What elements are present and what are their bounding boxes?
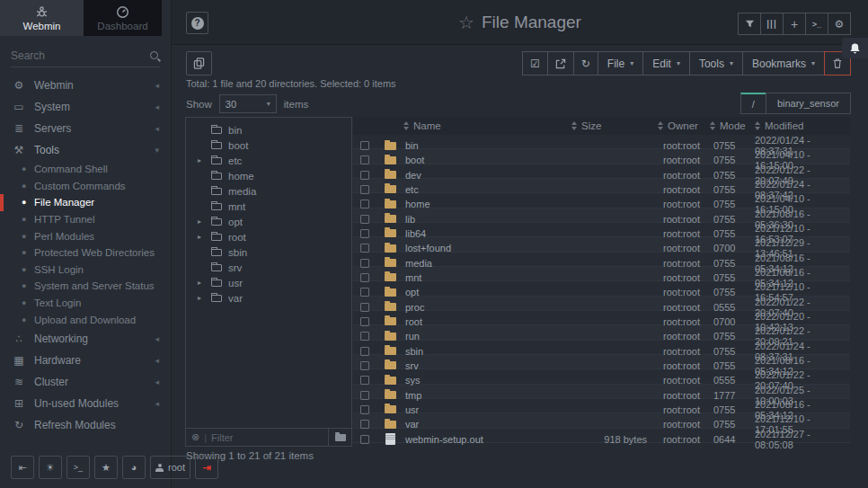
tree-item[interactable]: ▸ srv (186, 260, 351, 275)
cell-name[interactable]: usr (403, 404, 571, 415)
sidebar-subitem[interactable]: ● Protected Web Directories (0, 244, 171, 262)
table-row[interactable]: root root:root 0700 2022/01/20 - 10:42:1… (353, 311, 850, 325)
row-checkbox[interactable] (360, 215, 369, 224)
cell-name[interactable]: lib (403, 214, 571, 225)
cell-name[interactable]: home (403, 199, 571, 209)
cell-name[interactable]: proc (403, 302, 571, 313)
tree-item[interactable]: ▸ usr (186, 275, 351, 290)
sidebar-category-item[interactable]: ∴ Networking ◂ (0, 328, 171, 350)
table-row[interactable]: webmin-setup.out 918 bytes root:root 064… (353, 429, 850, 443)
row-checkbox[interactable] (360, 347, 369, 356)
cell-name[interactable]: etc (403, 184, 571, 195)
sidebar-subitem[interactable]: ● Perl Modules (0, 227, 171, 244)
cell-name[interactable]: dev (403, 170, 571, 181)
breadcrumb-segment[interactable]: / (740, 93, 766, 114)
filter-button[interactable] (738, 13, 761, 35)
cell-name[interactable]: srv (403, 360, 571, 371)
row-checkbox[interactable] (360, 303, 369, 312)
cell-name[interactable]: webmin-setup.out (403, 434, 571, 445)
sidebar-subitem[interactable]: ● Command Shell (0, 161, 171, 178)
tools-menu-button[interactable]: Tools▾ (689, 51, 743, 75)
select-all-button[interactable]: ☑ (522, 51, 548, 75)
row-checkbox[interactable] (360, 435, 369, 444)
column-header-modified[interactable]: Modified (755, 120, 850, 131)
add-button[interactable]: + (783, 13, 806, 35)
row-checkbox[interactable] (360, 376, 369, 385)
paste-buffer-button[interactable] (186, 51, 212, 75)
cell-name[interactable]: sbin (403, 346, 571, 357)
cell-name[interactable]: var (403, 419, 571, 430)
sidebar-category-tools[interactable]: ⚒ Tools ▾ (0, 139, 171, 161)
palette-button[interactable]: ◕ (122, 456, 146, 479)
row-checkbox[interactable] (360, 273, 369, 282)
sidebar-category-item[interactable]: ⊞ Un-used Modules ◂ (0, 393, 171, 414)
row-checkbox[interactable] (360, 200, 369, 209)
tab-webmin[interactable]: Webmin (0, 0, 84, 36)
table-row[interactable]: lib root:root 0755 2021/08/16 - 05:36:30 (353, 209, 850, 223)
tree-item[interactable]: ▸ mnt (186, 199, 351, 214)
file-menu-button[interactable]: File▾ (598, 51, 643, 75)
row-checkbox[interactable] (360, 317, 369, 326)
export-button[interactable] (547, 51, 574, 75)
cell-name[interactable]: root (403, 316, 571, 327)
column-header-size[interactable]: Size (571, 120, 651, 131)
table-row[interactable]: var root:root 0755 2021/12/10 - 17:01:55 (353, 413, 850, 428)
table-row[interactable]: tmp root:root 1777 2022/01/25 - 10:00:03 (353, 385, 850, 399)
table-row[interactable]: sys root:root 0555 2022/01/22 - 20:07:40 (353, 369, 850, 384)
table-row[interactable]: etc root:root 0755 2022/01/24 - 08:37:42 (353, 179, 850, 193)
table-row[interactable]: run root:root 0755 2022/01/22 - 20:09:21 (353, 325, 850, 340)
table-row[interactable]: boot root:root 0755 2021/04/10 - 16:15:0… (353, 149, 850, 164)
table-row[interactable]: lib64 root:root 0755 2021/12/10 - 16:53:… (353, 223, 850, 237)
terminal-button[interactable]: >_ (66, 456, 90, 479)
expand-arrow-icon[interactable]: ▸ (193, 279, 206, 287)
theme-brightness-button[interactable]: ☀ (39, 456, 62, 479)
row-checkbox[interactable] (360, 332, 369, 341)
expand-arrow-icon[interactable]: ▸ (193, 217, 206, 226)
tree-item[interactable]: ▸ home (186, 168, 351, 183)
table-row[interactable]: sbin root:root 0755 2022/01/24 - 08:37:3… (353, 341, 850, 355)
cell-name[interactable]: opt (403, 287, 571, 297)
user-button[interactable]: root (150, 456, 190, 479)
help-button[interactable]: ? (186, 12, 208, 34)
cell-name[interactable]: tmp (403, 390, 571, 401)
table-row[interactable]: bin root:root 0755 2022/01/24 - 08:37:31 (353, 135, 850, 149)
sidebar-category-item[interactable]: ▦ Hardware ◂ (0, 350, 171, 371)
column-header-owner[interactable]: Owner (651, 120, 710, 131)
table-row[interactable]: dev root:root 0755 2022/01/22 - 20:07:49 (353, 164, 850, 179)
row-checkbox[interactable] (360, 420, 369, 429)
notifications-toggle[interactable] (842, 38, 868, 58)
sidebar-category-item[interactable]: ≋ Cluster ◂ (0, 371, 171, 393)
search-icon[interactable] (150, 51, 158, 59)
sidebar-subitem[interactable]: ● Upload and Download (0, 311, 171, 328)
tree-filter-input[interactable] (211, 432, 328, 443)
table-row[interactable]: usr root:root 0755 2021/08/16 - 05:34:12 (353, 399, 850, 413)
table-row[interactable]: lost+found root:root 0700 2021/12/29 - 1… (353, 237, 850, 252)
favorites-button[interactable]: ★ (94, 456, 118, 479)
row-checkbox[interactable] (360, 288, 369, 297)
cell-name[interactable]: boot (403, 155, 571, 165)
row-checkbox[interactable] (360, 185, 369, 194)
table-row[interactable]: srv root:root 0755 2021/08/16 - 05:34:12 (353, 355, 850, 369)
settings-button[interactable]: ⚙ (828, 13, 851, 35)
row-checkbox[interactable] (360, 259, 369, 268)
cell-name[interactable]: run (403, 331, 571, 342)
expand-arrow-icon[interactable]: ▸ (193, 233, 206, 241)
cell-name[interactable]: mnt (403, 272, 571, 283)
table-row[interactable]: mnt root:root 0755 2021/08/16 - 05:34:12 (353, 267, 850, 281)
sidebar-subitem[interactable]: ● System and Server Status (0, 278, 171, 295)
tree-item[interactable]: ▸ root (186, 229, 351, 244)
sidebar-category-item[interactable]: ≣ Servers ◂ (0, 118, 171, 139)
tree-item[interactable]: ▸ boot (186, 138, 351, 153)
row-checkbox[interactable] (360, 141, 369, 150)
column-header-mode[interactable]: Mode (710, 120, 755, 131)
tree-item[interactable]: ▸ opt (186, 214, 351, 229)
sidebar-subitem[interactable]: ● Text Login (0, 295, 171, 312)
sidebar-subitem[interactable]: ● HTTP Tunnel (0, 211, 171, 228)
sidebar-category-item[interactable]: ⚙ Webmin ◂ (0, 75, 171, 96)
table-row[interactable]: media root:root 0755 2021/08/16 - 05:34:… (353, 253, 850, 267)
refresh-button[interactable]: ↻ (573, 51, 598, 75)
columns-button[interactable]: ||| (760, 13, 784, 35)
tree-item[interactable]: ▸ media (186, 183, 351, 199)
tree-item[interactable]: ▸ var (186, 290, 351, 306)
expand-arrow-icon[interactable]: ▸ (193, 294, 206, 302)
